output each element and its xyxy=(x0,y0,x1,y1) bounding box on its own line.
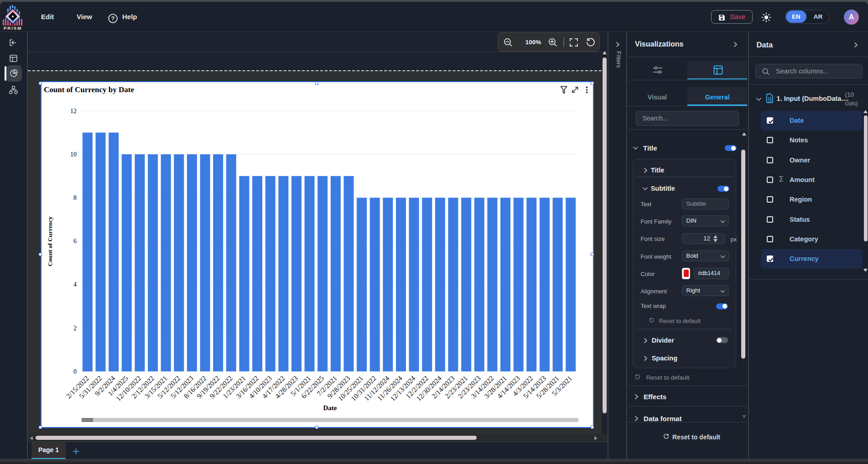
svg-text:?: ? xyxy=(111,16,115,22)
svg-text:Count of Currency by Date: Count of Currency by Date xyxy=(44,85,134,94)
svg-text:PRISM: PRISM xyxy=(4,26,22,31)
svg-text:12: 12 xyxy=(70,108,77,115)
svg-text:4: 4 xyxy=(73,281,77,288)
svg-text:8: 8 xyxy=(73,194,77,201)
svg-text:Count of Currency: Count of Currency xyxy=(47,216,53,266)
svg-text:Date: Date xyxy=(323,404,337,412)
svg-text:10: 10 xyxy=(70,151,77,158)
svg-text:2: 2 xyxy=(73,325,77,332)
svg-text:0: 0 xyxy=(73,368,77,375)
svg-text:6: 6 xyxy=(73,238,77,245)
